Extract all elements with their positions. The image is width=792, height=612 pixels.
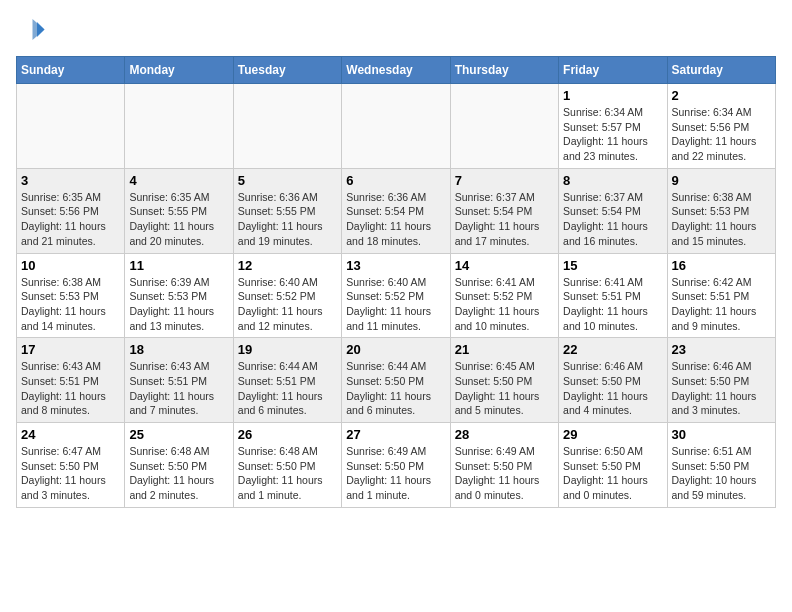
day-info: Sunrise: 6:46 AMSunset: 5:50 PMDaylight:… (672, 359, 771, 418)
day-number: 10 (21, 258, 120, 273)
day-number: 29 (563, 427, 662, 442)
day-number: 28 (455, 427, 554, 442)
calendar-cell: 29Sunrise: 6:50 AMSunset: 5:50 PMDayligh… (559, 423, 667, 508)
day-number: 20 (346, 342, 445, 357)
day-info: Sunrise: 6:34 AMSunset: 5:56 PMDaylight:… (672, 105, 771, 164)
day-info: Sunrise: 6:48 AMSunset: 5:50 PMDaylight:… (129, 444, 228, 503)
day-info: Sunrise: 6:47 AMSunset: 5:50 PMDaylight:… (21, 444, 120, 503)
calendar-cell: 13Sunrise: 6:40 AMSunset: 5:52 PMDayligh… (342, 253, 450, 338)
day-number: 22 (563, 342, 662, 357)
day-number: 13 (346, 258, 445, 273)
calendar-cell: 4Sunrise: 6:35 AMSunset: 5:55 PMDaylight… (125, 168, 233, 253)
calendar-cell (450, 84, 558, 169)
calendar-cell: 24Sunrise: 6:47 AMSunset: 5:50 PMDayligh… (17, 423, 125, 508)
day-number: 1 (563, 88, 662, 103)
calendar: SundayMondayTuesdayWednesdayThursdayFrid… (16, 56, 776, 508)
day-info: Sunrise: 6:44 AMSunset: 5:51 PMDaylight:… (238, 359, 337, 418)
calendar-week-row: 3Sunrise: 6:35 AMSunset: 5:56 PMDaylight… (17, 168, 776, 253)
day-info: Sunrise: 6:40 AMSunset: 5:52 PMDaylight:… (238, 275, 337, 334)
day-info: Sunrise: 6:44 AMSunset: 5:50 PMDaylight:… (346, 359, 445, 418)
day-number: 6 (346, 173, 445, 188)
day-header-friday: Friday (559, 57, 667, 84)
day-info: Sunrise: 6:37 AMSunset: 5:54 PMDaylight:… (455, 190, 554, 249)
day-number: 4 (129, 173, 228, 188)
day-info: Sunrise: 6:45 AMSunset: 5:50 PMDaylight:… (455, 359, 554, 418)
day-info: Sunrise: 6:43 AMSunset: 5:51 PMDaylight:… (129, 359, 228, 418)
day-number: 16 (672, 258, 771, 273)
calendar-week-row: 17Sunrise: 6:43 AMSunset: 5:51 PMDayligh… (17, 338, 776, 423)
calendar-cell: 10Sunrise: 6:38 AMSunset: 5:53 PMDayligh… (17, 253, 125, 338)
calendar-cell: 21Sunrise: 6:45 AMSunset: 5:50 PMDayligh… (450, 338, 558, 423)
calendar-cell: 3Sunrise: 6:35 AMSunset: 5:56 PMDaylight… (17, 168, 125, 253)
day-number: 2 (672, 88, 771, 103)
day-number: 12 (238, 258, 337, 273)
logo (16, 16, 50, 46)
day-info: Sunrise: 6:34 AMSunset: 5:57 PMDaylight:… (563, 105, 662, 164)
day-info: Sunrise: 6:49 AMSunset: 5:50 PMDaylight:… (455, 444, 554, 503)
calendar-cell (342, 84, 450, 169)
day-header-thursday: Thursday (450, 57, 558, 84)
day-header-tuesday: Tuesday (233, 57, 341, 84)
calendar-cell: 12Sunrise: 6:40 AMSunset: 5:52 PMDayligh… (233, 253, 341, 338)
day-info: Sunrise: 6:50 AMSunset: 5:50 PMDaylight:… (563, 444, 662, 503)
day-number: 15 (563, 258, 662, 273)
calendar-week-row: 10Sunrise: 6:38 AMSunset: 5:53 PMDayligh… (17, 253, 776, 338)
calendar-cell (17, 84, 125, 169)
day-info: Sunrise: 6:35 AMSunset: 5:56 PMDaylight:… (21, 190, 120, 249)
day-number: 23 (672, 342, 771, 357)
calendar-cell: 26Sunrise: 6:48 AMSunset: 5:50 PMDayligh… (233, 423, 341, 508)
day-number: 18 (129, 342, 228, 357)
day-number: 9 (672, 173, 771, 188)
calendar-cell: 28Sunrise: 6:49 AMSunset: 5:50 PMDayligh… (450, 423, 558, 508)
day-info: Sunrise: 6:41 AMSunset: 5:51 PMDaylight:… (563, 275, 662, 334)
calendar-week-row: 1Sunrise: 6:34 AMSunset: 5:57 PMDaylight… (17, 84, 776, 169)
calendar-cell: 30Sunrise: 6:51 AMSunset: 5:50 PMDayligh… (667, 423, 775, 508)
calendar-cell (125, 84, 233, 169)
day-info: Sunrise: 6:48 AMSunset: 5:50 PMDaylight:… (238, 444, 337, 503)
day-info: Sunrise: 6:39 AMSunset: 5:53 PMDaylight:… (129, 275, 228, 334)
calendar-cell: 20Sunrise: 6:44 AMSunset: 5:50 PMDayligh… (342, 338, 450, 423)
calendar-cell: 8Sunrise: 6:37 AMSunset: 5:54 PMDaylight… (559, 168, 667, 253)
calendar-cell: 1Sunrise: 6:34 AMSunset: 5:57 PMDaylight… (559, 84, 667, 169)
calendar-cell: 14Sunrise: 6:41 AMSunset: 5:52 PMDayligh… (450, 253, 558, 338)
calendar-week-row: 24Sunrise: 6:47 AMSunset: 5:50 PMDayligh… (17, 423, 776, 508)
day-number: 14 (455, 258, 554, 273)
calendar-cell: 7Sunrise: 6:37 AMSunset: 5:54 PMDaylight… (450, 168, 558, 253)
day-info: Sunrise: 6:36 AMSunset: 5:54 PMDaylight:… (346, 190, 445, 249)
calendar-cell: 18Sunrise: 6:43 AMSunset: 5:51 PMDayligh… (125, 338, 233, 423)
day-number: 26 (238, 427, 337, 442)
calendar-header-row: SundayMondayTuesdayWednesdayThursdayFrid… (17, 57, 776, 84)
calendar-cell: 27Sunrise: 6:49 AMSunset: 5:50 PMDayligh… (342, 423, 450, 508)
day-info: Sunrise: 6:42 AMSunset: 5:51 PMDaylight:… (672, 275, 771, 334)
calendar-cell: 5Sunrise: 6:36 AMSunset: 5:55 PMDaylight… (233, 168, 341, 253)
day-number: 17 (21, 342, 120, 357)
day-info: Sunrise: 6:38 AMSunset: 5:53 PMDaylight:… (21, 275, 120, 334)
day-number: 30 (672, 427, 771, 442)
calendar-cell: 17Sunrise: 6:43 AMSunset: 5:51 PMDayligh… (17, 338, 125, 423)
calendar-cell: 19Sunrise: 6:44 AMSunset: 5:51 PMDayligh… (233, 338, 341, 423)
day-number: 5 (238, 173, 337, 188)
day-number: 25 (129, 427, 228, 442)
day-number: 19 (238, 342, 337, 357)
calendar-cell: 23Sunrise: 6:46 AMSunset: 5:50 PMDayligh… (667, 338, 775, 423)
day-number: 21 (455, 342, 554, 357)
day-info: Sunrise: 6:41 AMSunset: 5:52 PMDaylight:… (455, 275, 554, 334)
day-number: 3 (21, 173, 120, 188)
svg-marker-1 (33, 19, 45, 40)
day-header-wednesday: Wednesday (342, 57, 450, 84)
day-info: Sunrise: 6:38 AMSunset: 5:53 PMDaylight:… (672, 190, 771, 249)
day-info: Sunrise: 6:36 AMSunset: 5:55 PMDaylight:… (238, 190, 337, 249)
day-header-monday: Monday (125, 57, 233, 84)
day-number: 11 (129, 258, 228, 273)
day-number: 8 (563, 173, 662, 188)
day-info: Sunrise: 6:40 AMSunset: 5:52 PMDaylight:… (346, 275, 445, 334)
calendar-cell: 15Sunrise: 6:41 AMSunset: 5:51 PMDayligh… (559, 253, 667, 338)
day-number: 27 (346, 427, 445, 442)
day-info: Sunrise: 6:37 AMSunset: 5:54 PMDaylight:… (563, 190, 662, 249)
calendar-cell: 11Sunrise: 6:39 AMSunset: 5:53 PMDayligh… (125, 253, 233, 338)
logo-icon (16, 16, 46, 46)
day-info: Sunrise: 6:43 AMSunset: 5:51 PMDaylight:… (21, 359, 120, 418)
day-info: Sunrise: 6:46 AMSunset: 5:50 PMDaylight:… (563, 359, 662, 418)
calendar-cell: 2Sunrise: 6:34 AMSunset: 5:56 PMDaylight… (667, 84, 775, 169)
day-header-saturday: Saturday (667, 57, 775, 84)
